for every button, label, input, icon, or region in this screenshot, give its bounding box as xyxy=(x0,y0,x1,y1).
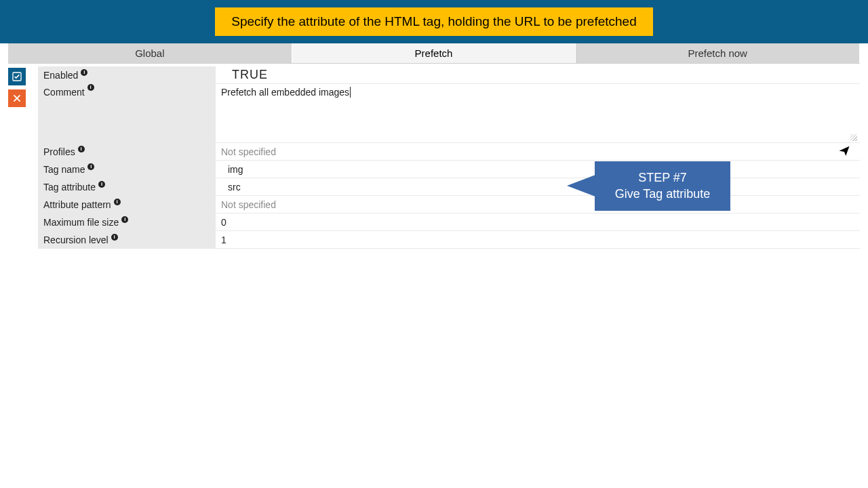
comment-text: Prefetch all embedded images xyxy=(221,87,351,98)
row-enabled: Enabledi TRUE xyxy=(38,66,860,84)
settings-form: Enabledi TRUE Commenti Prefetch all embe… xyxy=(38,66,860,249)
value-tag-name[interactable]: img xyxy=(216,161,860,178)
row-profiles: Profilesi Not specified xyxy=(38,143,860,161)
value-tag-attribute[interactable]: src xyxy=(216,178,860,195)
label-tag-name: Tag namei xyxy=(38,161,216,178)
label-enabled: Enabledi xyxy=(38,66,216,83)
value-comment[interactable]: Prefetch all embedded images xyxy=(216,84,860,142)
value-recursion-level[interactable]: 1 xyxy=(216,231,860,248)
row-tag-name: Tag namei img xyxy=(38,161,860,178)
tab-prefetch-now[interactable]: Prefetch now xyxy=(576,43,860,63)
apply-button[interactable] xyxy=(8,68,26,85)
instruction-banner: Specify the attribute of the HTML tag, h… xyxy=(0,0,868,43)
instruction-text: Specify the attribute of the HTML tag, h… xyxy=(215,7,652,36)
row-recursion-level: Recursion leveli 1 xyxy=(38,231,860,249)
tab-prefetch[interactable]: Prefetch xyxy=(292,43,576,63)
label-comment: Commenti xyxy=(38,84,216,142)
info-icon[interactable]: i xyxy=(114,199,121,205)
info-icon[interactable]: i xyxy=(81,69,87,76)
close-icon xyxy=(12,94,22,103)
label-tag-attribute: Tag attributei xyxy=(38,178,216,195)
info-icon[interactable]: i xyxy=(87,163,94,170)
info-icon[interactable]: i xyxy=(121,216,128,223)
tab-global[interactable]: Global xyxy=(8,43,292,63)
value-profiles[interactable]: Not specified xyxy=(216,143,860,160)
label-attribute-pattern: Attribute patterni xyxy=(38,196,216,213)
paper-plane-icon[interactable] xyxy=(838,144,850,159)
tab-bar: Global Prefetch Prefetch now xyxy=(8,43,860,64)
label-profiles: Profilesi xyxy=(38,143,216,160)
value-attribute-pattern[interactable]: Not specified xyxy=(216,196,860,213)
resize-grip-icon[interactable] xyxy=(850,134,857,141)
label-recursion-level: Recursion leveli xyxy=(38,231,216,248)
info-icon[interactable]: i xyxy=(98,181,105,188)
check-icon xyxy=(12,71,22,82)
side-actions xyxy=(8,66,38,249)
info-icon[interactable]: i xyxy=(111,234,118,241)
row-tag-attribute: Tag attributei src xyxy=(38,178,860,196)
row-attribute-pattern: Attribute patterni Not specified xyxy=(38,196,860,214)
row-max-file-size: Maximum file sizei 0 xyxy=(38,214,860,231)
info-icon[interactable]: i xyxy=(78,146,85,152)
value-max-file-size[interactable]: 0 xyxy=(216,214,860,230)
label-max-file-size: Maximum file sizei xyxy=(38,214,216,230)
cancel-button[interactable] xyxy=(8,89,26,107)
info-icon[interactable]: i xyxy=(87,84,94,91)
row-comment: Commenti Prefetch all embedded images xyxy=(38,84,860,143)
value-enabled[interactable]: TRUE xyxy=(216,66,860,83)
